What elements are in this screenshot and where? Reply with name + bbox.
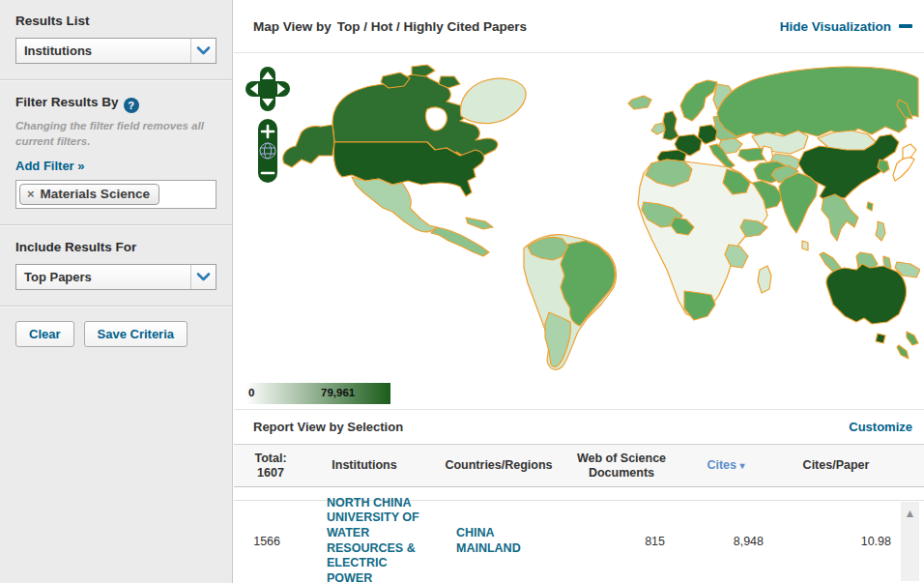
filter-section: Filter Results By? Changing the filter f… xyxy=(0,81,232,224)
filter-tag[interactable]: × Materials Science xyxy=(19,184,159,205)
column-countries-regions[interactable]: Countries/Regions xyxy=(433,458,564,473)
table-header-row: Total: 1607 Institutions Countries/Regio… xyxy=(234,445,924,487)
pan-control[interactable] xyxy=(245,67,290,111)
customize-link[interactable]: Customize xyxy=(849,420,912,434)
legend-gradient-bar xyxy=(245,383,390,404)
legend-min-value: 0 xyxy=(248,387,254,398)
main-panel: Map View byTop / Hot / Highly Cited Pape… xyxy=(234,0,924,583)
hide-visualization-link[interactable]: Hide Visualization xyxy=(780,19,912,34)
column-cites-per-paper[interactable]: Cites/Paper xyxy=(773,458,924,473)
column-wos-documents[interactable]: Web of Science Documents xyxy=(564,452,679,481)
map-view-title: Map View byTop / Hot / Highly Cited Pape… xyxy=(253,19,527,34)
row-wos-documents: 815 xyxy=(564,535,679,548)
include-results-select[interactable]: Top Papers xyxy=(15,264,217,290)
country-japan[interactable] xyxy=(893,158,914,181)
country-cuba[interactable] xyxy=(466,218,493,229)
save-criteria-button[interactable]: Save Criteria xyxy=(84,321,188,347)
report-view-title: Report View by Selection xyxy=(253,420,403,434)
institution-link[interactable]: NORTH CHINA UNIVERSITY OF WATER RESOURCE… xyxy=(327,496,419,583)
arctic-island[interactable] xyxy=(412,65,435,76)
sidebar-buttons: Clear Save Criteria xyxy=(0,307,232,361)
country-taiwan[interactable] xyxy=(867,202,873,211)
clear-button[interactable]: Clear xyxy=(15,321,74,347)
country-uk[interactable] xyxy=(663,111,679,140)
country-sri-lanka[interactable] xyxy=(802,241,808,250)
add-filter-link[interactable]: Add Filter » xyxy=(15,159,85,173)
results-list-select[interactable]: Institutions xyxy=(15,38,217,64)
region-se-asia[interactable] xyxy=(822,194,858,241)
country-new-zealand[interactable] xyxy=(897,345,909,359)
results-list-selected-value: Institutions xyxy=(16,44,190,58)
help-icon[interactable]: ? xyxy=(124,98,139,113)
report-view-bar: Report View by Selection Customize xyxy=(234,410,924,445)
legend-max-value: 79,961 xyxy=(321,387,355,398)
map-header-bar: Map View byTop / Hot / Highly Cited Pape… xyxy=(234,0,924,53)
caspian-sea xyxy=(762,146,773,163)
hudson-bay xyxy=(425,107,447,131)
row-count: 1566 xyxy=(234,535,296,548)
scroll-up-icon[interactable]: ▲ xyxy=(901,502,919,520)
minus-icon xyxy=(899,24,912,28)
country-australia[interactable] xyxy=(826,264,907,324)
country-philippines[interactable] xyxy=(876,221,885,241)
column-institutions[interactable]: Institutions xyxy=(296,458,433,473)
region-scandinavia[interactable] xyxy=(680,80,717,121)
results-list-section: Results List Institutions xyxy=(0,0,232,79)
remove-tag-icon[interactable]: × xyxy=(27,187,35,201)
map-color-legend: 0 79,961 xyxy=(245,383,390,404)
world-choropleth-map[interactable] xyxy=(238,55,920,378)
include-results-section: Include Results For Top Papers xyxy=(0,226,232,306)
chevron-down-icon[interactable] xyxy=(190,265,216,289)
row-country-cell: CHINA MAINLAND xyxy=(433,526,564,556)
zoom-control[interactable] xyxy=(258,119,277,183)
country-new-zealand[interactable] xyxy=(907,332,918,345)
country-alaska[interactable] xyxy=(283,125,334,167)
map-visualization: 0 79,961 xyxy=(234,53,924,410)
table-scrollbar[interactable]: ▲ xyxy=(901,502,919,581)
island-tasmania[interactable] xyxy=(876,334,885,343)
table-row: 1566 NORTH CHINA UNIVERSITY OF WATER RES… xyxy=(234,501,924,581)
country-russia[interactable] xyxy=(717,67,918,138)
filter-tag-label: Materials Science xyxy=(41,187,150,201)
column-cites-sorted[interactable]: Cites ▾ xyxy=(679,458,773,473)
results-list-heading: Results List xyxy=(15,14,217,28)
chevron-down-icon[interactable] xyxy=(190,39,216,63)
column-total: Total: 1607 xyxy=(234,452,296,481)
row-cites: 8,948 xyxy=(679,535,773,548)
country-mexico[interactable] xyxy=(352,177,437,232)
country-greenland[interactable] xyxy=(460,78,526,123)
include-results-selected-value: Top Papers xyxy=(16,270,190,284)
country-india[interactable] xyxy=(779,173,818,233)
region-central-america[interactable] xyxy=(431,227,489,256)
table-body: 1566 NORTH CHINA UNIVERSITY OF WATER RES… xyxy=(234,500,924,581)
country-iceland[interactable] xyxy=(628,96,651,109)
filter-tags-box[interactable]: × Materials Science xyxy=(15,180,217,209)
country-ireland[interactable] xyxy=(651,123,665,134)
map-controls[interactable] xyxy=(245,63,290,189)
include-results-heading: Include Results For xyxy=(15,240,217,254)
country-link[interactable]: CHINA MAINLAND xyxy=(456,526,534,556)
filter-heading: Filter Results By? xyxy=(15,95,217,113)
sort-descending-icon: ▾ xyxy=(740,460,745,471)
country-madagascar[interactable] xyxy=(758,266,771,293)
row-institution-cell: NORTH CHINA UNIVERSITY OF WATER RESOURCE… xyxy=(296,496,433,583)
filter-hint-text: Changing the filter field removes all cu… xyxy=(15,119,217,149)
sidebar: Results List Institutions Filter Results… xyxy=(0,0,233,583)
